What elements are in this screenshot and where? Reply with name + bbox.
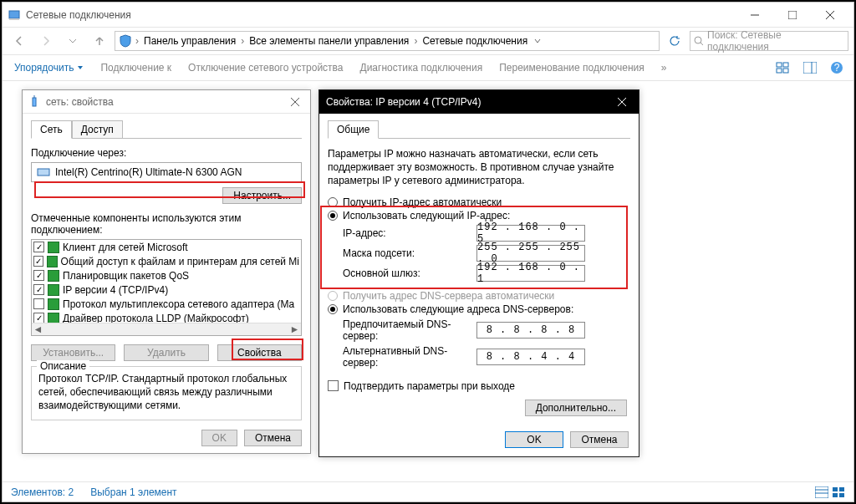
remove-button[interactable]: Удалить: [124, 344, 208, 361]
advanced-button[interactable]: Дополнительно...: [525, 400, 627, 416]
checkbox-icon[interactable]: [33, 298, 44, 309]
svg-rect-0: [9, 11, 19, 18]
component-item-2[interactable]: Планировщик пакетов QoS: [32, 268, 301, 283]
breadcrumb-dropdown[interactable]: [532, 36, 543, 46]
svg-rect-16: [815, 486, 828, 498]
shield-icon: [119, 34, 132, 48]
components-list[interactable]: Клиент для сетей MicrosoftОбщий доступ к…: [31, 239, 302, 336]
history-button[interactable]: [61, 31, 84, 51]
gateway-field[interactable]: 192 . 168 . 0 . 1: [476, 265, 585, 282]
view-dropdown[interactable]: [773, 58, 793, 78]
forward-button[interactable]: [34, 31, 58, 51]
dns-auto-radio: Получить адрес DNS-сервера автоматически: [328, 290, 630, 302]
configure-button[interactable]: Настроить...: [222, 187, 302, 204]
dns2-label: Альтернативный DNS-сервер:: [343, 345, 476, 369]
component-icon: [47, 256, 58, 267]
ip-manual-radio[interactable]: Использовать следующий IP-адрес:: [328, 210, 630, 221]
crumb-item-0[interactable]: Панель управления: [142, 35, 237, 47]
svg-rect-27: [38, 169, 49, 176]
breadcrumb[interactable]: › Панель управления › Все элементы панел…: [115, 31, 660, 51]
rename-action[interactable]: Переименование подключения: [494, 59, 650, 77]
components-label: Отмеченные компоненты используются этим …: [31, 212, 302, 236]
details-view-icon[interactable]: [815, 486, 828, 498]
dialog-close-button[interactable]: [285, 94, 305, 110]
svg-rect-12: [803, 62, 817, 74]
up-button[interactable]: [88, 31, 111, 51]
description-header: Описание: [37, 360, 89, 372]
dialog-close-button[interactable]: [612, 94, 632, 110]
dialog-titlebar[interactable]: сеть: свойства: [23, 90, 310, 114]
network-properties-dialog: сеть: свойства Сеть Доступ Подключение ч…: [22, 89, 311, 454]
component-icon: [48, 242, 59, 253]
checkbox-icon[interactable]: [33, 270, 44, 281]
dialog-titlebar[interactable]: Свойства: IP версии 4 (TCP/IPv4): [319, 90, 639, 114]
component-label: Протокол мультиплексора сетевого адаптер…: [63, 298, 294, 310]
dns1-field[interactable]: 8 . 8 . 8 . 8: [476, 322, 585, 339]
dns2-field[interactable]: 8 . 8 . 4 . 4: [476, 349, 585, 365]
install-button[interactable]: Установить...: [31, 344, 115, 361]
back-button[interactable]: [8, 31, 31, 51]
subnet-mask-field[interactable]: 255 . 255 . 255 . 0: [476, 245, 585, 262]
properties-button[interactable]: Свойства: [217, 344, 302, 361]
checkbox-icon[interactable]: [33, 256, 43, 267]
toolbar-chevron-icon[interactable]: »: [656, 59, 672, 77]
window-title: Сетевые подключения: [26, 9, 736, 21]
tab-general[interactable]: Общие: [328, 120, 379, 139]
validate-checkbox[interactable]: Подтвердить параметры при выходе: [328, 380, 630, 392]
tab-network[interactable]: Сеть: [31, 120, 72, 139]
scroll-left-icon[interactable]: ◄: [32, 323, 44, 336]
close-button[interactable]: [811, 3, 848, 28]
dialog-title: сеть: свойства: [46, 96, 280, 108]
disable-action[interactable]: Отключение сетевого устройства: [183, 59, 348, 77]
checkbox-icon[interactable]: [33, 284, 44, 295]
svg-rect-1: [9, 18, 19, 20]
ip-auto-radio[interactable]: Получить IP-адрес автоматически: [328, 196, 630, 208]
crumb-item-2[interactable]: Сетевые подключения: [420, 35, 529, 47]
horizontal-scrollbar[interactable]: ◄ ►: [32, 323, 301, 335]
ok-button[interactable]: OK: [505, 431, 563, 448]
radio-icon: [328, 304, 338, 314]
crumb-sep: ›: [135, 35, 139, 47]
diagnose-action[interactable]: Диагностика подключения: [355, 59, 488, 77]
gateway-label: Основной шлюз:: [343, 267, 476, 279]
checkbox-icon[interactable]: [33, 242, 44, 252]
svg-rect-20: [839, 487, 844, 491]
crumb-item-1[interactable]: Все элементы панели управления: [247, 35, 410, 47]
cancel-button[interactable]: Отмена: [570, 431, 629, 448]
radio-icon: [328, 291, 338, 301]
connect-action[interactable]: Подключение к: [95, 59, 176, 77]
description-text: Протокол TCP/IP. Стандартный протокол гл…: [38, 372, 294, 413]
statusbar: Элементов: 2 Выбран 1 элемент: [3, 481, 853, 501]
large-icons-view-icon[interactable]: [832, 486, 845, 498]
preview-pane-button[interactable]: [800, 58, 820, 78]
component-item-4[interactable]: Протокол мультиплексора сетевого адаптер…: [32, 297, 301, 311]
component-label: IP версии 4 (TCP/IPv4): [63, 284, 168, 296]
ip-address-field[interactable]: 192 . 168 . 0 . 5: [476, 225, 585, 242]
dialog-title: Свойства: IP версии 4 (TCP/IPv4): [326, 96, 612, 108]
refresh-button[interactable]: [663, 31, 686, 51]
component-label: Общий доступ к файлам и принтерам для се…: [61, 256, 299, 267]
status-count: Элементов: 2: [11, 486, 74, 498]
scroll-right-icon[interactable]: ►: [288, 323, 301, 336]
component-label: Клиент для сетей Microsoft: [63, 242, 188, 253]
toolbar: Упорядочить Подключение к Отключение сет…: [3, 54, 853, 81]
maximize-button[interactable]: [773, 3, 811, 28]
component-icon: [48, 270, 59, 282]
search-placeholder: Поиск: Сетевые подключения: [707, 29, 844, 53]
cancel-button[interactable]: Отмена: [244, 430, 302, 446]
wifi-icon: [28, 95, 41, 109]
component-item-3[interactable]: IP версии 4 (TCP/IPv4): [32, 283, 301, 297]
help-button[interactable]: ?: [827, 58, 847, 78]
dns-manual-radio[interactable]: Использовать следующие адреса DNS-сервер…: [328, 303, 630, 315]
organize-menu[interactable]: Упорядочить: [9, 59, 89, 77]
tab-access[interactable]: Доступ: [72, 120, 123, 139]
svg-rect-22: [839, 493, 844, 497]
component-item-1[interactable]: Общий доступ к файлам и принтерам для се…: [32, 254, 301, 268]
ok-button[interactable]: OK: [201, 430, 237, 446]
minimize-button[interactable]: [736, 3, 773, 28]
component-item-0[interactable]: Клиент для сетей Microsoft: [32, 240, 301, 254]
svg-rect-21: [833, 493, 838, 497]
subnet-mask-label: Маска подсети:: [343, 247, 476, 259]
adapter-icon: [37, 167, 50, 177]
search-input[interactable]: Поиск: Сетевые подключения: [690, 31, 848, 51]
